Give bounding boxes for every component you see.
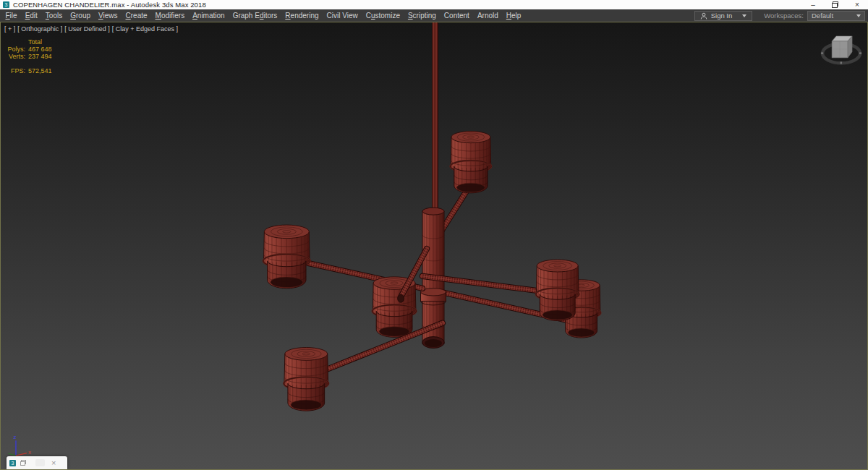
inactive-button	[35, 459, 45, 466]
chandelier-shade[interactable]	[284, 348, 328, 411]
z-axis-label: z	[13, 434, 16, 440]
stats-spacer	[7, 38, 25, 46]
menu-modifiers[interactable]: Modifiers	[151, 9, 189, 22]
menu-help[interactable]: Help	[502, 9, 525, 22]
viewport-shading-menu[interactable]: [ Clay + Edged Faces ]	[112, 25, 178, 33]
menu-file[interactable]: File	[1, 9, 21, 22]
chevron-down-icon	[856, 14, 861, 17]
menu-items: FileEditToolsGroupViewsCreateModifiersAn…	[1, 9, 525, 22]
stats-row-label: Verts:	[7, 53, 25, 60]
3dsmax-app-icon: 3	[9, 460, 16, 466]
menu-rendering[interactable]: Rendering	[281, 9, 323, 22]
menu-create[interactable]: Create	[122, 9, 151, 22]
viewcube[interactable]	[821, 36, 861, 64]
chandelier-shade[interactable]	[451, 132, 492, 193]
user-icon	[700, 12, 707, 20]
statistics-overlay: TotalPolys:467 648Verts:237 494FPS:572,5…	[7, 38, 52, 74]
chandelier-stem[interactable]	[433, 22, 438, 211]
menu-edit[interactable]: Edit	[21, 9, 41, 22]
stats-row-label: Polys:	[7, 46, 25, 53]
workspace-dropdown[interactable]: Default	[807, 11, 865, 21]
restore-icon[interactable]	[20, 460, 26, 466]
sign-in-button[interactable]: Sign In	[694, 11, 753, 21]
chandelier-wireframe-model[interactable]	[263, 22, 601, 411]
menu-customize[interactable]: Customize	[362, 9, 404, 22]
menu-views[interactable]: Views	[95, 9, 122, 22]
world-axis-gizmo: z x	[8, 434, 30, 456]
fps-label: FPS:	[7, 67, 25, 74]
3dsmax-app-icon[interactable]: 3	[3, 1, 9, 8]
compass-tick	[841, 61, 842, 64]
menu-arnold[interactable]: Arnold	[473, 9, 502, 22]
restore-button[interactable]	[832, 1, 838, 8]
menu-content[interactable]: Content	[440, 9, 473, 22]
menu-graph-editors[interactable]: Graph Editors	[229, 9, 281, 22]
compass-tick	[859, 52, 861, 54]
menu-scripting[interactable]: Scripting	[404, 9, 440, 22]
viewport[interactable]: z x [ + ][ Orthographic ][ User Defined …	[0, 22, 868, 470]
fps-value: 572,541	[28, 67, 52, 74]
window-titlebar[interactable]: 3 COPENHAGEN CHANDELIER.max - Autodesk 3…	[0, 0, 868, 9]
menu-bar: FileEditToolsGroupViewsCreateModifiersAn…	[0, 9, 868, 22]
viewport-canvas[interactable]: z x	[1, 22, 867, 469]
viewport-label: [ + ][ Orthographic ][ User Defined ][ C…	[4, 25, 180, 33]
sign-in-label: Sign In	[711, 12, 733, 20]
menu-civil-view[interactable]: Civil View	[323, 9, 362, 22]
window-title: COPENHAGEN CHANDELIER.max - Autodesk 3ds…	[13, 1, 206, 9]
viewport-general-menu[interactable]: [ + ]	[4, 25, 15, 33]
menu-tools[interactable]: Tools	[41, 9, 66, 22]
workspaces-label: Workspaces:	[764, 12, 804, 20]
viewport-pov-menu[interactable]: [ Orthographic ]	[17, 25, 62, 33]
taskbar-thumbnail-window[interactable]: 3 ×	[7, 456, 67, 469]
chandelier-shade[interactable]	[263, 225, 310, 289]
viewport-camera-menu[interactable]: [ User Defined ]	[64, 25, 110, 33]
stats-row-value: 237 494	[28, 53, 52, 60]
minimize-button[interactable]: –	[802, 0, 824, 9]
compass-tick	[821, 52, 823, 54]
stats-column-header: Total	[28, 38, 42, 46]
close-button[interactable]: ×	[846, 0, 868, 9]
chandelier-shade[interactable]	[536, 260, 579, 320]
workspace-value: Default	[812, 12, 833, 20]
chevron-down-icon	[742, 14, 746, 17]
x-axis-label: x	[28, 449, 31, 456]
menu-group[interactable]: Group	[67, 9, 95, 22]
close-icon[interactable]: ×	[51, 456, 56, 469]
menu-animation[interactable]: Animation	[189, 9, 229, 22]
stats-row-value: 467 648	[28, 46, 52, 53]
